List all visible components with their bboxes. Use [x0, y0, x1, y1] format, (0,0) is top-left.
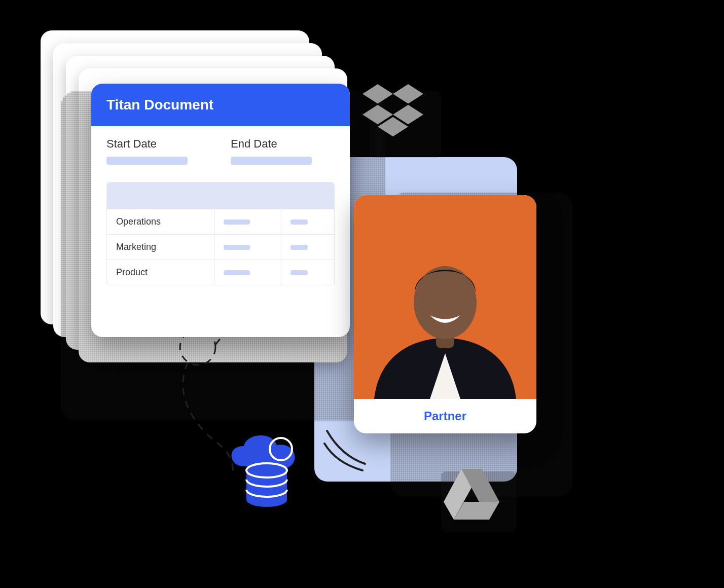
table-row: Marketing [107, 234, 334, 260]
document-card: Titan Document Start Date End Date Opera… [91, 84, 350, 337]
end-date-value-placeholder [231, 157, 312, 165]
person-silhouette-icon [364, 247, 526, 399]
end-date-field: End Date [231, 137, 335, 165]
svg-marker-1 [393, 84, 423, 103]
row-label: Operations [107, 209, 214, 234]
document-title: Titan Document [91, 84, 350, 126]
row-value-placeholder [214, 260, 281, 285]
start-date-field: Start Date [106, 137, 210, 165]
table-header-row [107, 182, 334, 209]
row-value-placeholder [214, 235, 281, 260]
document-table: Operations Marketing Product [106, 182, 335, 285]
end-date-label: End Date [231, 137, 335, 151]
table-row: Operations [107, 209, 334, 234]
partner-caption: Partner [354, 399, 536, 433]
table-row: Product [107, 260, 334, 285]
motion-lines-icon [322, 426, 368, 471]
start-date-value-placeholder [106, 157, 188, 165]
row-value-placeholder [281, 260, 334, 285]
cloud-database-icon [221, 431, 307, 512]
partner-card: Partner [354, 195, 536, 433]
svg-marker-0 [363, 84, 393, 103]
avatar [354, 195, 536, 399]
row-value-placeholder [281, 209, 334, 234]
row-label: Product [107, 260, 214, 285]
start-date-label: Start Date [106, 137, 210, 151]
google-drive-icon [441, 466, 502, 522]
dropbox-icon [363, 84, 423, 139]
row-value-placeholder [214, 209, 281, 234]
row-label: Marketing [107, 235, 214, 260]
row-value-placeholder [281, 235, 334, 260]
